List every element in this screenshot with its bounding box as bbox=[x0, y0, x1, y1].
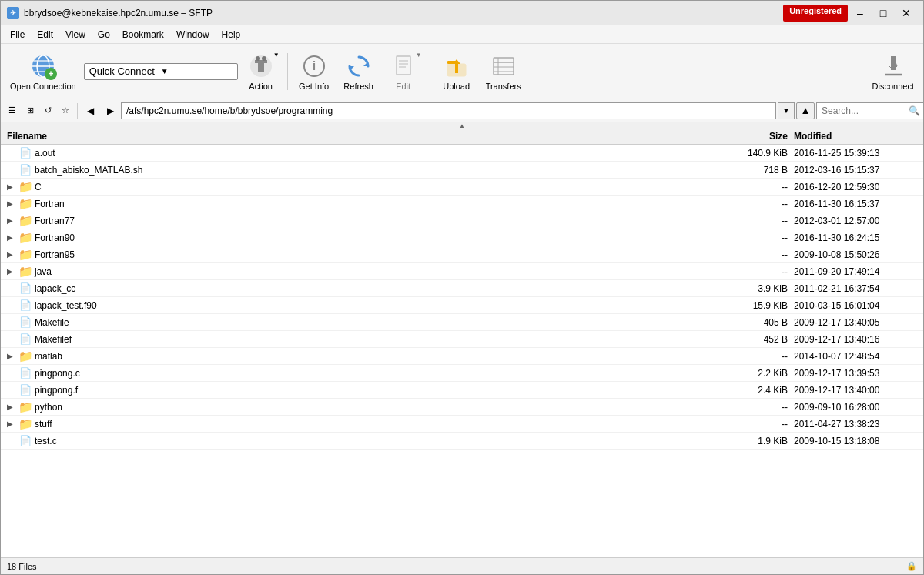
file-modified: 2016-11-25 15:39:13 bbox=[794, 148, 917, 159]
back-button[interactable]: ◀ bbox=[81, 102, 99, 119]
expand-arrow-icon[interactable]: ▶ bbox=[7, 352, 16, 360]
file-modified: 2012-03-01 12:57:00 bbox=[794, 216, 917, 226]
folder-icon: 📁 bbox=[19, 215, 32, 227]
table-row[interactable]: ▶📁Fortran--2016-11-30 16:15:37 bbox=[1, 196, 923, 212]
file-size: -- bbox=[717, 419, 794, 430]
menu-help[interactable]: Help bbox=[216, 28, 247, 42]
list-view-button[interactable]: ☰ bbox=[4, 102, 21, 119]
get-info-button[interactable]: i Get Info bbox=[293, 47, 336, 96]
file-size: 1.9 KiB bbox=[717, 436, 794, 446]
file-size: -- bbox=[717, 232, 794, 243]
action-icon bbox=[247, 52, 275, 80]
file-name-cell: ▶📁matlab bbox=[7, 350, 717, 363]
path-input[interactable] bbox=[121, 102, 776, 119]
file-count: 18 Files bbox=[7, 562, 37, 571]
disconnect-button[interactable]: Disconnect bbox=[866, 47, 920, 96]
toolbar: + Open Connection Quick Connect ▼ Action… bbox=[1, 44, 923, 99]
path-dropdown-arrow[interactable]: ▼ bbox=[778, 102, 795, 119]
svg-text:i: i bbox=[312, 59, 315, 72]
table-row[interactable]: 📄Makefilef452 B2009-12-17 13:40:16 bbox=[1, 331, 923, 348]
menu-go[interactable]: Go bbox=[92, 28, 116, 42]
menu-bookmark[interactable]: Bookmark bbox=[116, 28, 170, 42]
header-modified[interactable]: Modified bbox=[794, 131, 917, 142]
file-name: a.out bbox=[35, 148, 55, 159]
refresh-button[interactable]: Refresh bbox=[337, 47, 380, 96]
expand-arrow-icon[interactable]: ▶ bbox=[7, 199, 16, 208]
file-name-cell: 📄lapack_test.f90 bbox=[7, 299, 717, 312]
expand-arrow-icon[interactable]: ▶ bbox=[7, 420, 16, 428]
file-modified: 2009-12-17 13:40:05 bbox=[794, 317, 917, 328]
table-row[interactable]: ▶📁python--2009-09-10 16:28:00 bbox=[1, 399, 923, 416]
transfers-icon bbox=[490, 52, 517, 80]
expand-arrow-icon[interactable]: ▶ bbox=[7, 182, 16, 191]
forward-button[interactable]: ▶ bbox=[101, 102, 119, 119]
file-icon: 📄 bbox=[19, 164, 32, 176]
table-row[interactable]: ▶📁matlab--2014-10-07 12:48:54 bbox=[1, 348, 923, 365]
open-connection-button[interactable]: + Open Connection bbox=[4, 47, 82, 96]
expand-arrow-icon[interactable]: ▶ bbox=[7, 403, 16, 411]
addr-separator bbox=[77, 103, 78, 119]
expand-arrow-icon[interactable]: ▶ bbox=[7, 267, 16, 276]
menu-file[interactable]: File bbox=[4, 28, 31, 42]
expand-arrow-icon[interactable]: ▶ bbox=[7, 250, 16, 259]
folder-icon: 📁 bbox=[19, 350, 32, 363]
get-info-label: Get Info bbox=[299, 82, 329, 91]
edit-button[interactable]: Edit ▼ bbox=[382, 47, 425, 96]
address-bar: ☰ ⊞ ↺ ☆ ◀ ▶ ▼ ▲ 🔍 bbox=[1, 99, 923, 122]
action-button[interactable]: Action ▼ bbox=[239, 47, 283, 96]
table-row[interactable]: 📄pingpong.f2.4 KiB2009-12-17 13:40:00 bbox=[1, 382, 923, 399]
folder-icon: 📁 bbox=[19, 401, 32, 413]
file-name: Fortran77 bbox=[35, 216, 75, 226]
file-name: C bbox=[35, 182, 42, 192]
menu-bar: File Edit View Go Bookmark Window Help bbox=[1, 25, 923, 44]
history-button[interactable]: ↺ bbox=[39, 102, 56, 119]
header-size[interactable]: Size bbox=[717, 131, 794, 142]
expand-arrow-icon[interactable]: ▶ bbox=[7, 216, 16, 225]
menu-view[interactable]: View bbox=[59, 28, 92, 42]
table-row[interactable]: ▶📁stuff--2011-04-27 13:38:23 bbox=[1, 416, 923, 433]
file-size: -- bbox=[717, 402, 794, 413]
file-size: -- bbox=[717, 199, 794, 209]
table-row[interactable]: ▶📁Fortran95--2009-10-08 15:50:26 bbox=[1, 246, 923, 263]
file-name: Makefile bbox=[35, 317, 69, 328]
expand-arrow-icon[interactable]: ▶ bbox=[7, 233, 16, 242]
file-icon: 📄 bbox=[19, 147, 32, 159]
table-row[interactable]: 📄lapack_test.f9015.9 KiB2010-03-15 16:01… bbox=[1, 297, 923, 314]
table-row[interactable]: ▶📁Fortran77--2012-03-01 12:57:00 bbox=[1, 212, 923, 229]
table-row[interactable]: 📄Makefile405 B2009-12-17 13:40:05 bbox=[1, 314, 923, 331]
close-button[interactable]: ✕ bbox=[896, 5, 917, 22]
file-size: 452 B bbox=[717, 334, 794, 345]
upload-button[interactable]: Upload bbox=[435, 47, 478, 96]
table-row[interactable]: 📄pingpong.c2.2 KiB2009-12-17 13:39:53 bbox=[1, 365, 923, 382]
table-row[interactable]: ▶📁C--2016-12-20 12:59:30 bbox=[1, 179, 923, 196]
svg-text:+: + bbox=[48, 69, 53, 79]
table-row[interactable]: 📄a.out140.9 KiB2016-11-25 15:39:13 bbox=[1, 145, 923, 162]
quick-connect-dropdown[interactable]: Quick Connect ▼ bbox=[84, 63, 238, 80]
file-name: Fortran bbox=[35, 199, 65, 209]
icon-view-button[interactable]: ⊞ bbox=[22, 102, 38, 119]
table-row[interactable]: ▶📁java--2011-09-20 17:49:14 bbox=[1, 263, 923, 280]
menu-edit[interactable]: Edit bbox=[31, 28, 59, 42]
table-row[interactable]: 📄batch_abisko_MATLAB.sh718 B2012-03-16 1… bbox=[1, 162, 923, 179]
file-list-header: Filename Size Modified bbox=[1, 129, 923, 145]
file-name-cell: 📄pingpong.c bbox=[7, 367, 717, 379]
svg-rect-14 bbox=[397, 56, 410, 75]
file-size: -- bbox=[717, 249, 794, 260]
header-filename[interactable]: Filename bbox=[7, 131, 717, 142]
table-row[interactable]: ▶📁Fortran90--2016-11-30 16:24:15 bbox=[1, 229, 923, 246]
maximize-button[interactable]: □ bbox=[872, 5, 894, 22]
file-name-cell: ▶📁Fortran95 bbox=[7, 249, 717, 261]
file-name-cell: ▶📁Fortran90 bbox=[7, 232, 717, 244]
menu-window[interactable]: Window bbox=[170, 28, 216, 42]
transfers-button[interactable]: Transfers bbox=[480, 47, 527, 96]
bookmarks-button[interactable]: ☆ bbox=[57, 102, 74, 119]
table-row[interactable]: 📄test.c1.9 KiB2009-10-15 13:18:08 bbox=[1, 433, 923, 450]
search-input[interactable] bbox=[816, 102, 924, 119]
minimize-button[interactable]: – bbox=[849, 5, 871, 22]
file-modified: 2009-12-17 13:40:16 bbox=[794, 334, 917, 345]
table-row[interactable]: 📄lapack_cc3.9 KiB2011-02-21 16:37:54 bbox=[1, 280, 923, 297]
path-expand-bar[interactable]: ▲ bbox=[1, 122, 923, 129]
up-button[interactable]: ▲ bbox=[796, 102, 815, 119]
edit-dropdown-arrow: ▼ bbox=[416, 52, 422, 59]
file-icon: 📄 bbox=[19, 435, 32, 447]
